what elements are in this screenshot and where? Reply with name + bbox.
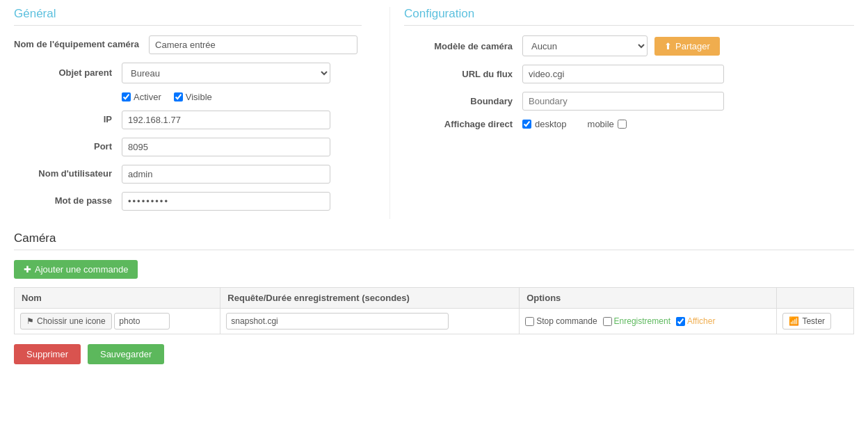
visible-checkbox[interactable] (174, 92, 183, 101)
col-options: Options (520, 288, 777, 309)
stop-commande-label[interactable]: Stop commande (525, 316, 597, 326)
general-title: Général (14, 7, 362, 26)
ip-input[interactable] (122, 111, 330, 129)
enregistrement-label[interactable]: Enregistrement (603, 316, 670, 326)
port-input[interactable] (122, 138, 330, 156)
ip-label: IP (14, 114, 122, 126)
upload-icon: ⬆ (664, 41, 672, 51)
mobile-checkbox[interactable] (618, 120, 627, 129)
mobile-checkbox-label[interactable]: mobile (588, 119, 627, 129)
afficher-checkbox[interactable] (676, 317, 685, 326)
tester-button[interactable]: 📶 Tester (782, 313, 831, 330)
col-requete: Requête/Durée enregistrement (secondes) (220, 288, 520, 309)
boundary-input[interactable] (522, 92, 724, 111)
add-commande-button[interactable]: ✚ Ajouter une commande (14, 260, 138, 279)
camera-table: Nom Requête/Durée enregistrement (second… (14, 287, 854, 334)
url-input[interactable] (522, 65, 724, 83)
tester-cell: 📶 Tester (777, 309, 854, 334)
mot-de-passe-label: Mot de passe (14, 195, 122, 207)
objet-label: Objet parent (14, 67, 122, 79)
url-label: URL du flux (404, 69, 522, 79)
desktop-checkbox-label[interactable]: desktop (522, 119, 567, 129)
visible-checkbox-label[interactable]: Visible (174, 92, 212, 102)
desktop-checkbox[interactable] (522, 120, 531, 129)
col-nom: Nom (15, 288, 220, 309)
mot-de-passe-input[interactable] (122, 192, 330, 211)
table-row: ⚑ Choissir une icone Stop commande (15, 309, 854, 334)
save-button[interactable]: Sauvegarder (88, 344, 164, 364)
boundary-label: Boundary (404, 96, 522, 106)
wifi-icon: 📶 (789, 316, 799, 326)
delete-button[interactable]: Supprimer (14, 344, 81, 364)
nom-input[interactable] (149, 35, 357, 54)
plus-icon: ✚ (24, 264, 31, 275)
utilisateur-label: Nom d'utilisateur (14, 168, 122, 180)
nom-cell: ⚑ Choissir une icone (15, 309, 220, 334)
config-title: Configuration (404, 7, 854, 26)
flag-icon: ⚑ (26, 316, 34, 326)
nom-label: Nom de l'équipement caméra (14, 39, 149, 51)
utilisateur-input[interactable] (122, 165, 330, 184)
requete-cell (220, 309, 520, 334)
camera-title: Caméra (14, 231, 854, 250)
request-input[interactable] (226, 313, 449, 330)
modele-select[interactable]: Aucun Foscam Axis Sony (522, 35, 648, 56)
afficher-label[interactable]: Afficher (676, 316, 715, 326)
partager-button[interactable]: ⬆ Partager (654, 37, 720, 56)
activer-checkbox-label[interactable]: Activer (122, 92, 161, 102)
choisir-icone-button[interactable]: ⚑ Choissir une icone (20, 313, 112, 330)
activer-checkbox[interactable] (122, 92, 131, 101)
stop-commande-checkbox[interactable] (525, 317, 534, 326)
modele-label: Modèle de caméra (404, 41, 522, 51)
port-label: Port (14, 141, 122, 153)
affichage-label: Affichage direct (404, 119, 522, 129)
col-action (777, 288, 854, 309)
enregistrement-checkbox[interactable] (603, 317, 612, 326)
command-name-input[interactable] (114, 313, 170, 330)
options-cell: Stop commande Enregistrement Afficher (520, 309, 777, 334)
objet-select[interactable]: Bureau Salon Entrée (122, 63, 330, 83)
